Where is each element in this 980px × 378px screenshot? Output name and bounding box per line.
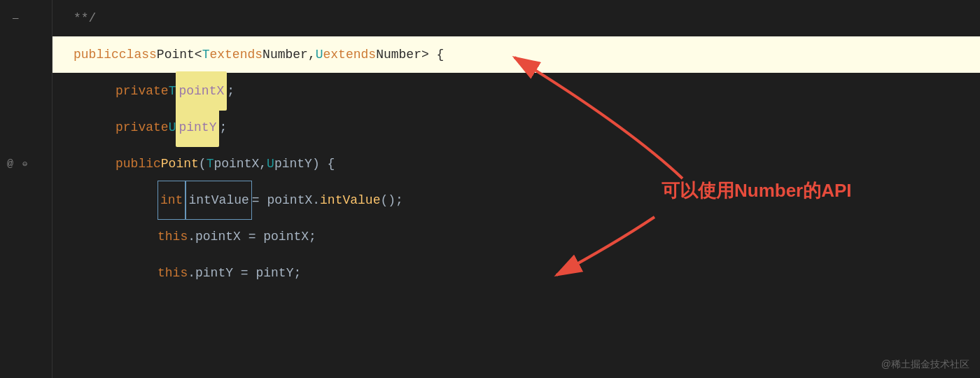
token-semi1: ; — [227, 73, 234, 109]
token-equals: = pointX. — [252, 182, 320, 218]
token-Number1: Number, — [262, 36, 316, 73]
line-number-3 — [0, 109, 52, 146]
token-pointX-param: pointX, — [214, 146, 267, 182]
token-pointX: pointX — [176, 71, 227, 111]
code-line-this-pointX: this .pointX = pointX; — [52, 218, 980, 255]
token-intValue-var: intValue — [186, 181, 251, 220]
line-number-2 — [0, 73, 52, 109]
token-paren-open: ( — [199, 146, 206, 182]
token-dot-pointX: .pointX = pointX; — [188, 218, 316, 255]
line-number-4: @ ⊖ — [0, 146, 52, 182]
token-T3: T — [206, 146, 214, 182]
token-extends2: extends — [323, 36, 377, 73]
token-semi2: ; — [219, 109, 227, 146]
line-number-6 — [0, 218, 52, 255]
token-U: U — [316, 36, 323, 73]
code-line-field-x: private T pointX ; — [52, 73, 980, 109]
token-Point-method: Point — [161, 146, 199, 182]
token-T: T — [202, 36, 210, 73]
token-extends1: extends — [209, 36, 262, 73]
token-int-keyword: int — [158, 181, 186, 220]
watermark: @稀土掘金技术社区 — [881, 358, 969, 371]
token-this2: this — [158, 255, 188, 291]
token-dot-pintY: .pintY = pintY; — [188, 255, 301, 291]
token-U2: U — [169, 109, 176, 146]
code-line-this-pintY: this .pintY = pintY; — [52, 255, 980, 291]
token-Number2: Number> { — [376, 36, 444, 73]
token-private1: private — [115, 73, 169, 109]
editor-container: — @ ⊖ **/ public — [0, 0, 980, 378]
token-pintY-param: pintY) { — [274, 146, 335, 182]
line-number-5 — [0, 182, 52, 218]
token-U3: U — [267, 146, 274, 182]
annotation-text: 可以使用Number的API — [662, 178, 852, 203]
token-intValue-method: intValue — [320, 182, 380, 218]
token-class-name: Point< — [157, 36, 202, 73]
line-number-gutter: — @ ⊖ — [0, 0, 52, 378]
line-number-comment: — — [0, 0, 52, 36]
token-this1: this — [158, 218, 188, 255]
code-line-field-y: private U pintY ; — [52, 109, 980, 146]
code-area: **/ public class Point< T extends Number… — [52, 0, 980, 378]
token-T2: T — [169, 73, 176, 109]
token-public2: public — [115, 146, 161, 182]
token-pintY: pintY — [176, 108, 219, 147]
token-parens: (); — [380, 182, 402, 218]
token-class: class — [119, 36, 157, 73]
line-number-1 — [0, 36, 52, 73]
code-line-comment: **/ — [52, 0, 980, 36]
token-private2: private — [115, 109, 169, 146]
collapse-icon: — — [13, 13, 18, 24]
code-line-class-decl: public class Point< T extends Number, U … — [52, 36, 980, 73]
token-comment: **/ — [74, 0, 96, 36]
token-public: public — [74, 36, 119, 73]
code-line-constructor: public Point ( T pointX, U pintY) { — [52, 146, 980, 182]
line-number-7 — [0, 255, 52, 291]
